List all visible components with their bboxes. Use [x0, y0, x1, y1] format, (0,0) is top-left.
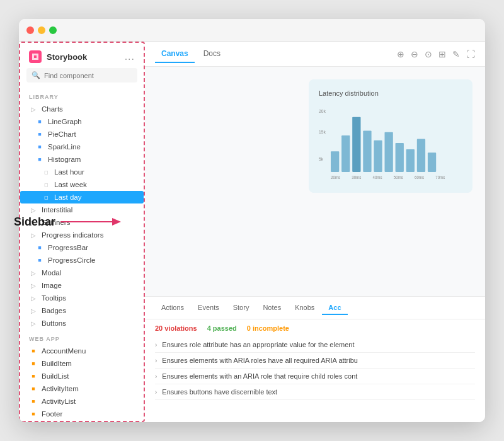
incomplete-count: 0 incomplete: [247, 324, 289, 332]
chart-card: Latency distribution 20k 15k 5k: [309, 79, 472, 193]
main-content: Storybook ... 🔍 LIBRARY ▷ Charts: [19, 42, 485, 422]
violations-summary: 20 violations 4 passed 0 incomplete: [145, 319, 485, 337]
violation-item-4[interactable]: › Ensures buttons have discernible text: [155, 384, 475, 400]
sidebar: Storybook ... 🔍 LIBRARY ▷ Charts: [19, 42, 145, 422]
sidebar-item-histogram[interactable]: ■ Histogram: [20, 153, 144, 166]
close-button[interactable]: [26, 26, 34, 34]
sidebar-item-last-hour[interactable]: ◻ Last hour: [20, 166, 144, 178]
sidebar-more-button[interactable]: ...: [125, 51, 135, 62]
sidebar-item-activityitem[interactable]: ■ ActivityItem: [20, 382, 144, 395]
story-icon-footer: ■: [29, 410, 38, 418]
svg-rect-9: [374, 140, 382, 172]
tab-docs[interactable]: Docs: [197, 45, 227, 63]
svg-rect-14: [428, 152, 436, 172]
maximize-button[interactable]: [49, 26, 57, 34]
grid-icon[interactable]: ⊞: [438, 49, 446, 59]
folder-icon-buttons: ▷: [29, 319, 38, 328]
sidebar-item-piechart[interactable]: ■ PieChart: [20, 128, 144, 140]
folder-icon-badges: ▷: [29, 306, 38, 315]
sidebar-item-linegraph[interactable]: ■ LineGraph: [20, 115, 144, 128]
sidebar-item-accountmenu[interactable]: ■ AccountMenu: [20, 345, 144, 357]
svg-text:50ms: 50ms: [394, 175, 404, 179]
story-leaf-icon-last-hour: ◻: [42, 168, 50, 176]
sidebar-item-activitylist[interactable]: ■ ActivityList: [20, 395, 144, 408]
violations-list: › Ensures role attribute has an appropri…: [145, 337, 485, 422]
story-leaf-icon-last-week: ◻: [42, 180, 50, 189]
svg-rect-8: [363, 130, 371, 171]
folder-icon-interstitial: ▷: [29, 205, 38, 214]
sidebar-item-last-week[interactable]: ◻ Last week: [20, 178, 144, 191]
zoom-in-icon[interactable]: ⊕: [397, 49, 404, 59]
right-panel: Canvas Docs ⊕ ⊖ ⊙ ⊞ ✎ ⛶ Latency di: [145, 42, 485, 422]
tab-actions[interactable]: Actions: [155, 301, 190, 315]
sidebar-search-container: 🔍: [26, 68, 137, 83]
sidebar-item-sparkline[interactable]: ■ SparkLine: [20, 140, 144, 153]
story-icon-progresscircle: ■: [35, 256, 44, 265]
tab-acc[interactable]: Acc: [322, 301, 347, 315]
sidebar-item-progress-indicators[interactable]: ▷ Progress indicators: [20, 229, 144, 241]
sidebar-item-badges[interactable]: ▷ Badges: [20, 304, 144, 317]
search-input[interactable]: [44, 72, 132, 79]
svg-marker-1: [112, 218, 121, 226]
tab-notes[interactable]: Notes: [256, 301, 287, 315]
story-icon-piechart: ■: [35, 130, 44, 139]
bottom-panel: Actions Events Story Notes Knobs Acc 20 …: [145, 296, 485, 422]
folder-icon-image: ▷: [29, 281, 38, 290]
svg-rect-11: [396, 143, 404, 172]
svg-text:70ms: 70ms: [435, 175, 445, 179]
edit-icon[interactable]: ✎: [452, 49, 460, 59]
story-icon-histogram: ■: [35, 155, 44, 164]
canvas-area: Latency distribution 20k 15k 5k: [145, 67, 485, 296]
story-icon-activityitem: ■: [29, 384, 38, 393]
annotation-arrow: [60, 214, 123, 229]
sidebar-item-tooltips[interactable]: ▷ Tooltips: [20, 292, 144, 304]
sidebar-item-buildlist[interactable]: ■ BuildList: [20, 370, 144, 382]
minimize-button[interactable]: [38, 26, 45, 34]
traffic-lights: [26, 26, 57, 34]
chevron-right-icon-3: ›: [155, 373, 157, 380]
tab-events[interactable]: Events: [192, 301, 226, 315]
passed-count: 4 passed: [207, 324, 237, 332]
sidebar-item-progresscircle[interactable]: ■ ProgressCircle: [20, 254, 144, 266]
tab-knobs[interactable]: Knobs: [289, 301, 321, 315]
zoom-out-icon[interactable]: ⊖: [411, 49, 418, 59]
sidebar-item-image[interactable]: ▷ Image: [20, 279, 144, 292]
panel-icons: ⊕ ⊖ ⊙ ⊞ ✎ ⛶: [397, 49, 475, 59]
svg-rect-13: [417, 139, 425, 172]
sidebar-logo: Storybook: [29, 50, 87, 63]
sidebar-item-modal[interactable]: ▷ Modal: [20, 266, 144, 279]
violation-item-1[interactable]: › Ensures role attribute has an appropri…: [155, 337, 475, 353]
story-icon-buildlist: ■: [29, 372, 38, 381]
folder-icon-charts: ▷: [29, 105, 38, 113]
fullscreen-icon[interactable]: ⛶: [466, 49, 475, 59]
story-leaf-icon-last-day: ◻: [42, 193, 50, 202]
violation-item-2[interactable]: › Ensures elements with ARIA roles have …: [155, 353, 475, 369]
sidebar-item-last-day[interactable]: ◻ Last day: [20, 191, 144, 203]
sidebar-item-charts[interactable]: ▷ Charts: [20, 103, 144, 115]
folder-icon-tooltips: ▷: [29, 294, 38, 302]
sidebar-item-header[interactable]: ■ Header: [20, 420, 144, 421]
chevron-right-icon-4: ›: [155, 389, 157, 396]
svg-text:20k: 20k: [319, 109, 326, 115]
sidebar-item-footer[interactable]: ■ Footer: [20, 408, 144, 420]
violation-item-3[interactable]: › Ensures elements with an ARIA role tha…: [155, 369, 475, 384]
zoom-reset-icon[interactable]: ⊙: [425, 49, 432, 59]
svg-rect-7: [352, 117, 360, 172]
chevron-right-icon-2: ›: [155, 357, 157, 364]
tab-canvas[interactable]: Canvas: [155, 45, 195, 63]
sidebar-tree: LIBRARY ▷ Charts ■ LineGraph ■ PieChart: [20, 88, 144, 421]
story-icon-builditem: ■: [29, 359, 38, 368]
webapp-section-label: WEB APP: [20, 329, 144, 345]
chevron-right-icon-1: ›: [155, 341, 157, 348]
tab-story[interactable]: Story: [227, 301, 256, 315]
story-icon-linegraph: ■: [35, 117, 44, 126]
sidebar-item-progressbar[interactable]: ■ ProgressBar: [20, 241, 144, 254]
storybook-logo-icon: [29, 50, 42, 63]
sidebar-item-buttons[interactable]: ▷ Buttons: [20, 317, 144, 329]
svg-rect-12: [406, 149, 415, 172]
story-icon-accountmenu: ■: [29, 346, 38, 355]
search-icon: 🔍: [32, 71, 40, 79]
sidebar-item-builditem[interactable]: ■ BuildItem: [20, 357, 144, 370]
titlebar: [19, 19, 485, 42]
sidebar-annotation: Sidebar: [14, 214, 123, 229]
